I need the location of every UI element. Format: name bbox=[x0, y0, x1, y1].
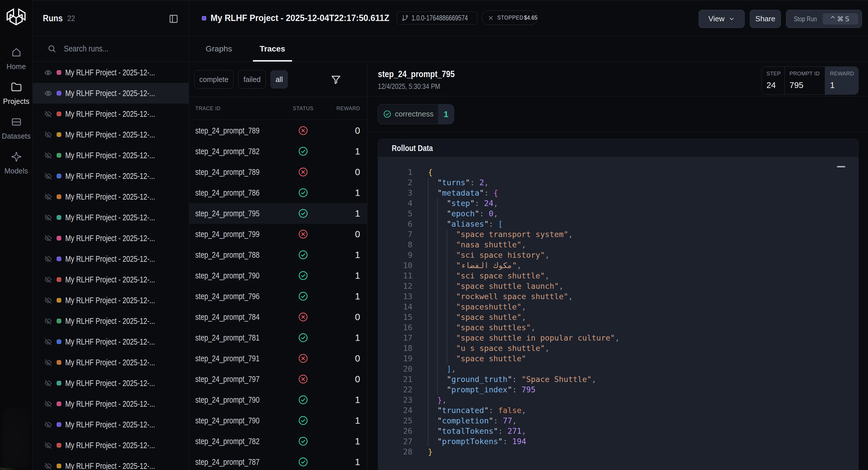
trace-table-row[interactable]: step_24_prompt_796 1 bbox=[189, 286, 367, 307]
trace-table-row[interactable]: step_24_prompt_782 1 bbox=[189, 431, 367, 451]
status-pass-icon bbox=[298, 291, 308, 302]
trace-table-row[interactable]: step_24_prompt_795 1 bbox=[189, 203, 367, 224]
trace-table-row[interactable]: step_24_prompt_788 1 bbox=[189, 245, 367, 265]
trace-table-row[interactable]: step_24_prompt_789 0 bbox=[189, 120, 367, 141]
code-line: 12 "space shuttle launch", bbox=[378, 281, 858, 291]
line-number: 2 bbox=[378, 178, 412, 188]
code-line: 10 "مكوك الفضاء", bbox=[378, 260, 858, 271]
run-list-item[interactable]: My RLHF Project - 2025-12-... bbox=[33, 394, 189, 414]
run-color-dot bbox=[57, 339, 61, 344]
metric-correctness-chip[interactable]: correctness 1 bbox=[378, 104, 454, 124]
eye-off-icon bbox=[44, 296, 52, 304]
run-list-item[interactable]: My RLHF Project - 2025-12-... bbox=[33, 249, 189, 269]
code-line: 13 "rockwell space shuttle", bbox=[378, 291, 858, 302]
trace-table-row[interactable]: step_24_prompt_791 0 bbox=[189, 348, 367, 369]
run-list-item[interactable]: My RLHF Project - 2025-12-... bbox=[33, 456, 189, 470]
trace-id: step_24_prompt_790 bbox=[195, 395, 259, 405]
code-line: 9 "sci space history", bbox=[378, 250, 858, 260]
runs-panel-header: Runs 22 bbox=[33, 0, 189, 36]
code-line: 21 "ground_truth": "Space Shuttle", bbox=[378, 374, 858, 384]
main-area: My RLHF Project - 2025-12-04T22:17:50.61… bbox=[189, 0, 868, 470]
projects-icon bbox=[11, 82, 22, 93]
run-color-dot bbox=[57, 132, 61, 137]
sidebar-item-label: Home bbox=[7, 62, 26, 71]
run-list-item[interactable]: My RLHF Project - 2025-12-... bbox=[33, 103, 189, 124]
trace-reward: 1 bbox=[355, 146, 360, 157]
trace-table-row[interactable]: step_24_prompt_790 1 bbox=[189, 410, 367, 431]
filter-chip-complete[interactable]: complete bbox=[194, 70, 234, 89]
filter-icon[interactable] bbox=[331, 74, 341, 85]
trace-table-row[interactable]: step_24_prompt_784 0 bbox=[189, 307, 367, 327]
trace-reward: 1 bbox=[355, 395, 360, 405]
trace-id: step_24_prompt_788 bbox=[195, 250, 259, 260]
trace-detail-header: step_24_prompt_795 12/4/2025, 5:30:34 PM… bbox=[368, 62, 868, 96]
run-list-item[interactable]: My RLHF Project - 2025-12-... bbox=[33, 207, 189, 228]
trace-table-row[interactable]: step_24_prompt_781 1 bbox=[189, 327, 367, 348]
search-input[interactable] bbox=[64, 44, 148, 54]
run-list-item[interactable]: My RLHF Project - 2025-12-... bbox=[33, 62, 189, 83]
run-list-item[interactable]: My RLHF Project - 2025-12-... bbox=[33, 311, 189, 332]
line-number: 22 bbox=[378, 384, 412, 395]
line-number: 5 bbox=[378, 209, 412, 219]
sidebar-item-projects[interactable]: Projects bbox=[0, 79, 32, 114]
rail-nav: Home Projects Datasets Models bbox=[0, 44, 32, 183]
run-color-dot bbox=[57, 443, 61, 447]
run-list-item[interactable]: My RLHF Project - 2025-12-... bbox=[33, 414, 189, 435]
sidebar-item-models[interactable]: Models bbox=[0, 149, 32, 183]
sidebar-item-home[interactable]: Home bbox=[0, 44, 32, 79]
filter-chip-all[interactable]: all bbox=[270, 70, 288, 89]
run-list-item[interactable]: My RLHF Project - 2025-12-... bbox=[33, 332, 189, 352]
run-label: My RLHF Project - 2025-12-... bbox=[65, 378, 155, 388]
status-badge[interactable]: STOPPED $4.65 bbox=[482, 10, 538, 25]
eye-off-icon bbox=[44, 359, 52, 367]
stop-run-button[interactable]: Stop Run ^⌘S bbox=[786, 10, 862, 28]
run-list-item[interactable]: My RLHF Project - 2025-12-... bbox=[33, 145, 189, 166]
share-button[interactable]: Share bbox=[750, 10, 781, 28]
models-icon bbox=[11, 151, 22, 162]
run-list-item[interactable]: My RLHF Project - 2025-12-... bbox=[33, 228, 189, 249]
trace-table-row[interactable]: step_24_prompt_797 0 bbox=[189, 369, 367, 389]
tab-traces[interactable]: Traces bbox=[253, 36, 292, 62]
run-list-item[interactable]: My RLHF Project - 2025-12-... bbox=[33, 352, 189, 373]
view-button[interactable]: View bbox=[699, 10, 745, 28]
run-list-item[interactable]: My RLHF Project - 2025-12-... bbox=[33, 373, 189, 394]
eye-off-icon bbox=[44, 152, 52, 159]
trace-table-row[interactable]: step_24_prompt_790 1 bbox=[189, 265, 367, 286]
trace-table-row[interactable]: step_24_prompt_782 1 bbox=[189, 141, 367, 162]
trace-id: step_24_prompt_797 bbox=[195, 375, 259, 384]
sidebar-item-datasets[interactable]: Datasets bbox=[0, 114, 32, 149]
run-color-dot bbox=[57, 91, 61, 95]
rollout-card-header: Rollout Data bbox=[378, 139, 858, 157]
run-list-item[interactable]: My RLHF Project - 2025-12-... bbox=[33, 435, 189, 456]
app-logo-icon[interactable] bbox=[4, 5, 28, 27]
run-list-item[interactable]: My RLHF Project - 2025-12-... bbox=[33, 124, 189, 145]
tab-graphs[interactable]: Graphs bbox=[199, 36, 239, 62]
run-color-dot bbox=[57, 236, 61, 241]
run-list-item[interactable]: My RLHF Project - 2025-12-... bbox=[33, 166, 189, 186]
trace-table-row[interactable]: step_24_prompt_799 0 bbox=[189, 224, 367, 245]
run-list-item[interactable]: My RLHF Project - 2025-12-... bbox=[33, 290, 189, 311]
trace-table-row[interactable]: step_24_prompt_789 0 bbox=[189, 162, 367, 182]
check-circle-icon bbox=[383, 110, 392, 118]
status-fail-icon bbox=[298, 353, 308, 364]
run-list-item[interactable]: My RLHF Project - 2025-12-... bbox=[33, 83, 189, 103]
run-list-item[interactable]: My RLHF Project - 2025-12-... bbox=[33, 186, 189, 207]
run-list-item[interactable]: My RLHF Project - 2025-12-... bbox=[33, 269, 189, 290]
trace-table-row[interactable]: step_24_prompt_787 1 bbox=[189, 451, 367, 470]
run-label: My RLHF Project - 2025-12-... bbox=[65, 68, 155, 77]
eye-off-icon bbox=[44, 131, 52, 138]
run-color-dot bbox=[57, 360, 61, 365]
stat-label: REWARD bbox=[830, 70, 858, 77]
trace-table-row[interactable]: step_24_prompt_790 1 bbox=[189, 389, 367, 410]
filter-chip-failed[interactable]: failed bbox=[238, 70, 266, 89]
trace-id: step_24_prompt_787 bbox=[195, 457, 259, 467]
version-badge[interactable]: 1.0.0-1764886669574 bbox=[397, 11, 477, 25]
runs-search bbox=[33, 36, 189, 62]
trace-id: step_24_prompt_795 bbox=[195, 209, 259, 218]
line-number: 24 bbox=[378, 405, 412, 416]
trace-reward: 0 bbox=[355, 125, 360, 136]
collapse-panel-icon[interactable] bbox=[169, 14, 178, 24]
window-top-border bbox=[32, 1, 868, 1]
trace-table-row[interactable]: step_24_prompt_786 1 bbox=[189, 182, 367, 203]
run-label: My RLHF Project - 2025-12-... bbox=[65, 109, 155, 119]
